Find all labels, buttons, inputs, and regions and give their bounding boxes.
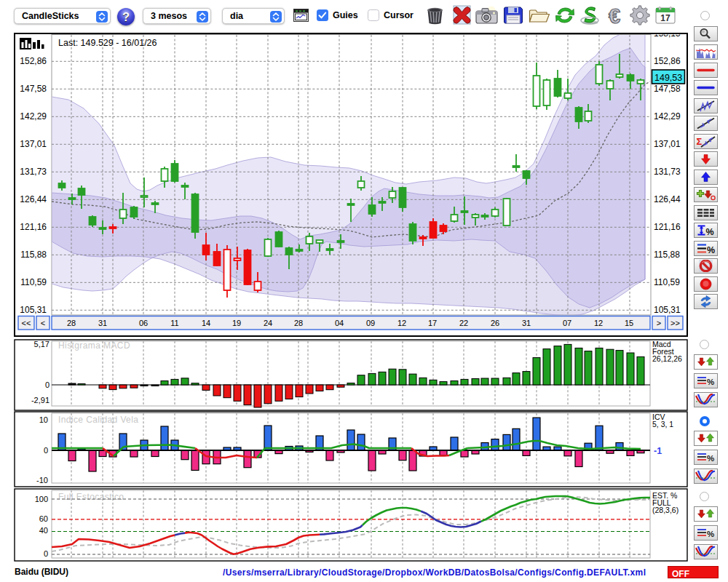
svg-text:28: 28	[294, 319, 303, 327]
svg-text:<<: <<	[22, 319, 31, 327]
svg-text:137,01: 137,01	[654, 139, 681, 149]
svg-text:%: %	[707, 378, 714, 386]
svg-text:07: 07	[563, 319, 571, 327]
svg-text:19: 19	[232, 319, 241, 327]
svg-text:12: 12	[594, 319, 603, 327]
svg-text:Histgrama MACD: Histgrama MACD	[58, 340, 130, 351]
svg-text:-1: -1	[654, 446, 662, 456]
svg-text:31: 31	[522, 319, 531, 327]
svg-text:115,88: 115,88	[20, 250, 47, 260]
svg-text:0: 0	[44, 549, 48, 558]
svg-text:17: 17	[660, 13, 670, 23]
svg-text:Σ: Σ	[697, 135, 703, 146]
svg-text:<: <	[41, 319, 45, 327]
svg-text:12: 12	[397, 319, 406, 327]
svg-text:22: 22	[459, 319, 468, 327]
svg-text:147,58: 147,58	[654, 84, 681, 94]
svg-text:0: 0	[45, 380, 50, 389]
svg-text:%: %	[707, 530, 714, 538]
svg-text:04: 04	[335, 319, 344, 327]
svg-text:-2,91: -2,91	[31, 396, 50, 404]
svg-text:5,17: 5,17	[34, 340, 50, 348]
svg-text:121,16: 121,16	[654, 222, 681, 232]
svg-text:%: %	[706, 227, 714, 237]
svg-text:Last: 149.529 - 16/01/26: Last: 149.529 - 16/01/26	[58, 38, 157, 48]
svg-text:06: 06	[139, 319, 148, 327]
svg-text:11: 11	[170, 319, 178, 327]
svg-text:>>: >>	[670, 319, 680, 327]
svg-text:105,31: 105,31	[654, 305, 681, 315]
svg-text:24: 24	[264, 319, 272, 327]
svg-text:126,44: 126,44	[654, 194, 681, 204]
svg-text:126,44: 126,44	[20, 194, 47, 204]
svg-text:%: %	[707, 244, 715, 255]
svg-text:14: 14	[202, 319, 210, 327]
svg-text:131,73: 131,73	[654, 167, 681, 177]
svg-text:152,86: 152,86	[20, 56, 47, 66]
svg-text:31: 31	[98, 319, 107, 327]
svg-text:10: 10	[39, 415, 48, 424]
svg-text:Indice Calidad Vela: Indice Calidad Vela	[58, 415, 138, 425]
svg-text:09: 09	[366, 319, 375, 327]
svg-text:15: 15	[625, 319, 633, 327]
svg-text:26: 26	[491, 319, 499, 327]
svg-text:100: 100	[35, 495, 48, 503]
svg-text:149,53: 149,53	[654, 73, 682, 83]
svg-text:110,59: 110,59	[20, 277, 47, 287]
svg-text:>: >	[657, 319, 661, 327]
svg-text:%: %	[707, 454, 714, 463]
svg-text:110,59: 110,59	[654, 277, 680, 287]
svg-text:40: 40	[39, 526, 48, 535]
svg-text:Full Estocastico: Full Estocastico	[58, 492, 124, 502]
svg-text:26,12,26: 26,12,26	[652, 354, 682, 363]
svg-text:137,01: 137,01	[20, 139, 47, 149]
svg-text:60: 60	[39, 514, 48, 523]
svg-text:147,58: 147,58	[20, 84, 47, 94]
svg-text:0: 0	[44, 446, 48, 455]
svg-text:-10: -10	[36, 476, 48, 485]
svg-text:131,73: 131,73	[20, 167, 47, 177]
svg-text:121,16: 121,16	[20, 222, 47, 232]
svg-text:5, 3, 1: 5, 3, 1	[652, 420, 673, 428]
svg-text:152,86: 152,86	[654, 56, 681, 66]
svg-text:17: 17	[428, 319, 437, 327]
svg-text:142,29: 142,29	[654, 111, 681, 121]
svg-text:105,31: 105,31	[20, 305, 47, 315]
svg-text:142,29: 142,29	[20, 111, 47, 121]
svg-text:€: €	[609, 7, 620, 25]
svg-text:28: 28	[67, 319, 76, 327]
svg-text:(28,3,6): (28,3,6)	[652, 506, 678, 514]
svg-text:115,88: 115,88	[654, 250, 680, 260]
